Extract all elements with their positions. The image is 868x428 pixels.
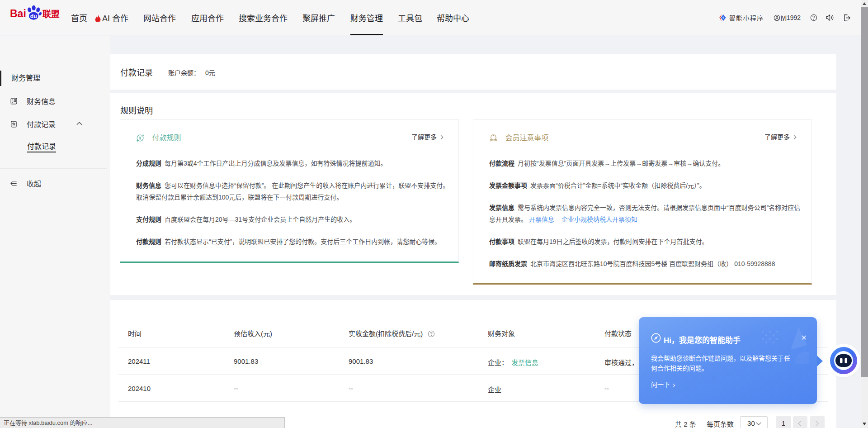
- svg-text:du: du: [30, 13, 37, 19]
